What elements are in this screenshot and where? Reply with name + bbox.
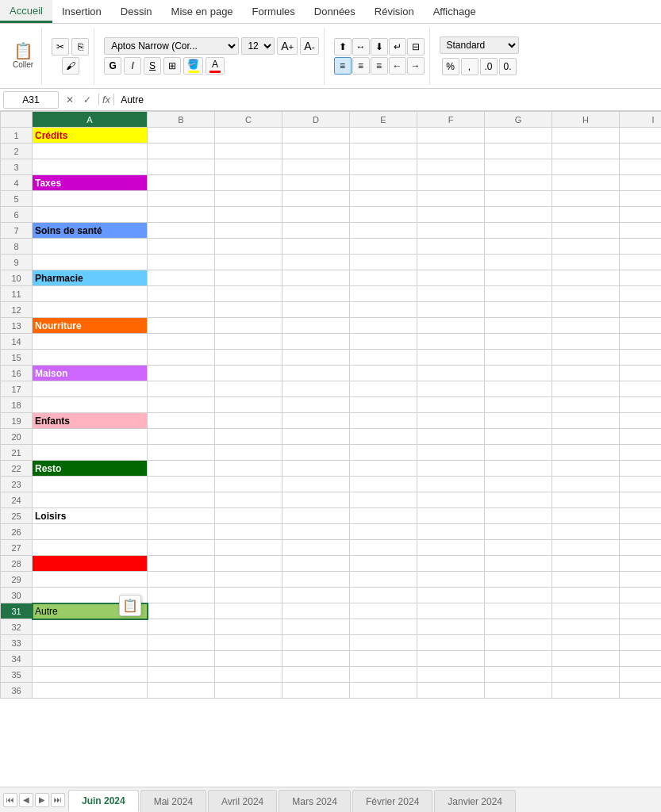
cell-a34[interactable]: [33, 651, 148, 667]
cell-i33[interactable]: [620, 635, 662, 651]
cell-f6[interactable]: [417, 207, 485, 223]
cell-h30[interactable]: [552, 588, 620, 603]
cell-d32[interactable]: [282, 619, 350, 635]
sheet-tab-mai-2024[interactable]: Mai 2024: [140, 790, 206, 812]
cell-g29[interactable]: [485, 572, 552, 588]
cell-f3[interactable]: [417, 159, 485, 175]
cell-h1[interactable]: [552, 128, 620, 144]
cell-f34[interactable]: [417, 651, 485, 667]
cell-b26[interactable]: [148, 524, 215, 540]
cell-h31[interactable]: [552, 603, 620, 619]
cell-c14[interactable]: [215, 334, 282, 350]
cell-a32[interactable]: [33, 619, 148, 635]
cell-a17[interactable]: [33, 381, 148, 397]
cell-a29[interactable]: [33, 572, 148, 588]
cell-d1[interactable]: [282, 128, 350, 144]
cell-f5[interactable]: [417, 191, 485, 207]
tab-nav-prev[interactable]: ◀: [19, 793, 33, 807]
cell-h12[interactable]: [552, 302, 620, 318]
tab-nav-next[interactable]: ▶: [35, 793, 49, 807]
cell-g28[interactable]: [485, 556, 552, 572]
menu-item-dessin[interactable]: Dessin: [111, 0, 162, 23]
cell-f13[interactable]: [417, 318, 485, 334]
cell-a21[interactable]: [33, 445, 148, 461]
indent-decrease-button[interactable]: ←: [389, 57, 406, 75]
cell-c4[interactable]: [215, 175, 282, 191]
cell-d29[interactable]: [282, 572, 350, 588]
cell-f36[interactable]: [417, 683, 485, 699]
row-header-29[interactable]: 29: [1, 572, 33, 588]
cell-g6[interactable]: [485, 207, 552, 223]
cell-d7[interactable]: [282, 223, 350, 239]
cell-e8[interactable]: [350, 239, 417, 255]
cell-h2[interactable]: [552, 144, 620, 159]
cell-f8[interactable]: [417, 239, 485, 255]
cell-g35[interactable]: [485, 667, 552, 683]
cell-c29[interactable]: [215, 572, 282, 588]
cell-c20[interactable]: [215, 429, 282, 445]
cell-f20[interactable]: [417, 429, 485, 445]
cell-a18[interactable]: [33, 397, 148, 413]
cell-i22[interactable]: [620, 461, 662, 477]
cell-f17[interactable]: [417, 381, 485, 397]
cell-i24[interactable]: [620, 492, 662, 508]
cell-b27[interactable]: [148, 540, 215, 556]
cell-g36[interactable]: [485, 683, 552, 699]
cell-g11[interactable]: [485, 286, 552, 302]
cell-g31[interactable]: [485, 603, 552, 619]
row-header-33[interactable]: 33: [1, 635, 33, 651]
cell-b28[interactable]: [148, 556, 215, 572]
cell-b36[interactable]: [148, 683, 215, 699]
cell-e29[interactable]: [350, 572, 417, 588]
cell-f23[interactable]: [417, 477, 485, 492]
col-header-g[interactable]: G: [485, 112, 552, 128]
col-header-f[interactable]: F: [417, 112, 485, 128]
cell-e16[interactable]: [350, 366, 417, 381]
cell-h28[interactable]: [552, 556, 620, 572]
cell-h34[interactable]: [552, 651, 620, 667]
cell-g12[interactable]: [485, 302, 552, 318]
cell-e15[interactable]: [350, 350, 417, 366]
cell-b30[interactable]: [148, 588, 215, 603]
cell-a28[interactable]: TRAVEL: [33, 556, 148, 572]
row-header-19[interactable]: 19: [1, 413, 33, 429]
cell-g20[interactable]: [485, 429, 552, 445]
cell-c18[interactable]: [215, 397, 282, 413]
cell-h6[interactable]: [552, 207, 620, 223]
font-size-select[interactable]: 12: [241, 37, 275, 55]
cell-g19[interactable]: [485, 413, 552, 429]
cell-i16[interactable]: [620, 366, 662, 381]
cell-i6[interactable]: [620, 207, 662, 223]
row-header-22[interactable]: 22: [1, 461, 33, 477]
cell-g14[interactable]: [485, 334, 552, 350]
confirm-formula-button[interactable]: ✓: [79, 92, 95, 108]
row-header-26[interactable]: 26: [1, 524, 33, 540]
cell-i1[interactable]: [620, 128, 662, 144]
cell-c16[interactable]: [215, 366, 282, 381]
cell-h29[interactable]: [552, 572, 620, 588]
cell-e19[interactable]: [350, 413, 417, 429]
increase-decimal-button[interactable]: .0: [480, 58, 498, 75]
cell-b23[interactable]: [148, 477, 215, 492]
cell-c5[interactable]: [215, 191, 282, 207]
cell-i14[interactable]: [620, 334, 662, 350]
cell-f21[interactable]: [417, 445, 485, 461]
cell-c8[interactable]: [215, 239, 282, 255]
col-header-a[interactable]: A: [33, 112, 148, 128]
cell-a15[interactable]: [33, 350, 148, 366]
cell-i18[interactable]: [620, 397, 662, 413]
row-header-25[interactable]: 25: [1, 508, 33, 524]
cell-f1[interactable]: [417, 128, 485, 144]
cell-g17[interactable]: [485, 381, 552, 397]
cell-b6[interactable]: [148, 207, 215, 223]
row-header-24[interactable]: 24: [1, 492, 33, 508]
cell-h36[interactable]: [552, 683, 620, 699]
menu-item-accueil[interactable]: Accueil: [0, 0, 52, 23]
cell-d25[interactable]: [282, 508, 350, 524]
cell-b32[interactable]: [148, 619, 215, 635]
align-center-button[interactable]: ≡: [352, 57, 370, 75]
cell-f18[interactable]: [417, 397, 485, 413]
cell-h14[interactable]: [552, 334, 620, 350]
menu-item-insertion[interactable]: Insertion: [52, 0, 111, 23]
cell-h15[interactable]: [552, 350, 620, 366]
